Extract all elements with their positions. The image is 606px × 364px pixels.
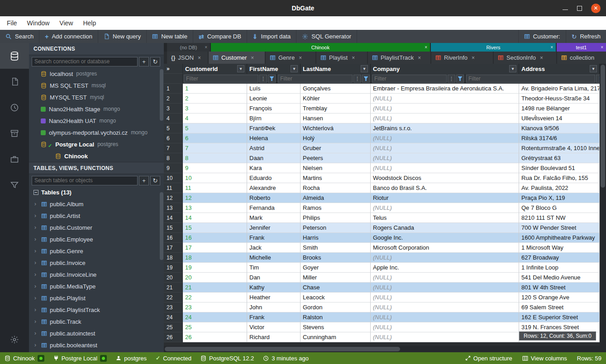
cell-company[interactable]: (NULL) [371, 322, 519, 332]
cell-address[interactable]: Rua Dr. Falcão Filho, 155 [519, 173, 600, 183]
table-item-public-album[interactable]: ›public.Album [29, 198, 164, 210]
cell-lastname[interactable]: Rocha [301, 183, 371, 193]
cell-customerid[interactable]: 10 [183, 173, 247, 183]
table-row[interactable]: 1414MarkPhilipsTelus8210 111 ST NW [164, 213, 600, 223]
cell-address[interactable]: Ullevĺlsveien 14 [519, 113, 600, 123]
cell-firstname[interactable]: Heather [247, 293, 301, 303]
cell-address[interactable]: Av. Paulista, 2022 [519, 183, 600, 193]
cell-lastname[interactable]: Almeida [301, 193, 371, 203]
table-row[interactable]: 44BjírnHansen(NULL)Ullevĺlsveien 14 [164, 113, 600, 123]
chevron-right-icon[interactable]: › [34, 271, 38, 278]
cell-customerid[interactable]: 25 [183, 322, 247, 332]
row-number[interactable]: 4 [164, 113, 183, 123]
statusbar-item-3-minutes-ago[interactable]: 3 minutes ago [263, 355, 309, 362]
filter-input-firstname[interactable] [278, 75, 353, 83]
statusbar-item-chinook[interactable]: Chinook [5, 355, 44, 362]
minimize-button[interactable] [563, 5, 568, 11]
table-row[interactable]: 1818MichelleBrooks(NULL)627 Broadway [164, 253, 600, 263]
iconbar-item-filter-icon[interactable] [0, 172, 29, 198]
row-number[interactable]: 19 [164, 263, 183, 273]
tab-close-icon[interactable]: × [418, 55, 421, 61]
table-row[interactable]: 66HelenaHolý(NULL)Rilská 3174/6 [164, 133, 600, 143]
cell-customerid[interactable]: 14 [183, 213, 247, 223]
cell-address[interactable]: Sínder Boulevard 51 [519, 163, 600, 173]
statusbar-item-postgre-local[interactable]: Postgre Local [53, 355, 107, 362]
cell-firstname[interactable]: Roberto [247, 193, 301, 203]
cell-firstname[interactable]: Astrid [247, 143, 301, 153]
cell-firstname[interactable]: Jack [247, 243, 301, 253]
chevron-right-icon[interactable]: › [34, 283, 38, 289]
column-header-address[interactable]: Address▾ [519, 64, 600, 74]
tab-genre[interactable]: Genre× [266, 52, 315, 64]
cell-company[interactable]: (NULL) [371, 133, 519, 143]
cell-customerid[interactable]: 17 [183, 243, 247, 253]
table-item-public-artist[interactable]: ›public.Artist [29, 210, 164, 222]
toolbar-button-new-query[interactable]: New query [98, 30, 147, 43]
column-dropdown-icon[interactable]: ▾ [237, 65, 244, 72]
cell-firstname[interactable]: Jennifer [247, 223, 301, 233]
toolbar-button-new-table[interactable]: New table [147, 30, 193, 43]
cell-firstname[interactable]: Luís [247, 84, 301, 94]
iconbar-item-database-icon[interactable] [0, 43, 29, 69]
statusbar-item-postgresql-12-2[interactable]: PostgreSQL 12.2 [200, 355, 254, 362]
chevron-right-icon[interactable]: › [34, 236, 38, 242]
cell-address[interactable]: 627 Broadway [519, 253, 600, 263]
filter-input-company[interactable] [466, 75, 595, 83]
cell-firstname[interactable]: Fernanda [247, 203, 301, 213]
cell-lastname[interactable]: Tremblay [301, 104, 371, 113]
maximize-button[interactable] [577, 6, 582, 11]
cell-address[interactable]: 8210 111 ST NW [519, 213, 600, 223]
table-item-public-invoiceline[interactable]: ›public.InvoiceLine [29, 269, 164, 280]
chevron-right-icon[interactable]: › [34, 318, 38, 325]
table-row[interactable]: 22LeonieKöhler(NULL)Theodor-Heuss-Straße… [164, 94, 600, 104]
cell-customerid[interactable]: 2 [183, 94, 247, 104]
row-number[interactable]: 1 [164, 84, 183, 94]
cell-customerid[interactable]: 1 [183, 84, 247, 94]
tables-add-button[interactable]: + [139, 176, 149, 185]
cell-lastname[interactable]: Peeters [301, 153, 371, 163]
row-number[interactable]: 26 [164, 332, 183, 342]
tab-playlist[interactable]: Playlist× [316, 52, 367, 64]
cell-company[interactable]: Embraer - Empresa Brasileira de Aeronáut… [371, 84, 519, 94]
table-item-public-mediatype[interactable]: ›public.MediaType [29, 280, 164, 292]
tab-group-chinook[interactable]: Chinook× [211, 43, 430, 52]
tab-collection[interactable]: collection [557, 52, 606, 64]
row-number[interactable]: 22 [164, 293, 183, 303]
cell-customerid[interactable]: 16 [183, 233, 247, 243]
table-row[interactable]: 1717JackSmithMicrosoft Corporation1 Micr… [164, 243, 600, 253]
table-item-public-customer[interactable]: ›public.Customer [29, 222, 164, 233]
statusbar-item-rows-59[interactable]: Rows: 59 [577, 355, 601, 362]
row-number[interactable]: 20 [164, 273, 183, 283]
cell-lastname[interactable]: Leacock [301, 293, 371, 303]
tab-close-icon[interactable]: × [198, 55, 201, 61]
cell-address[interactable]: 162 E Superior Street [519, 312, 600, 322]
tab-close-icon[interactable]: × [540, 55, 543, 61]
cell-firstname[interactable]: Helena [247, 133, 301, 143]
toolbar-button-refresh[interactable]: ↻Refresh [566, 30, 606, 43]
column-dropdown-icon[interactable]: ▾ [361, 65, 368, 72]
cell-company[interactable]: (NULL) [371, 293, 519, 303]
row-number[interactable]: 16 [164, 233, 183, 243]
cell-customerid[interactable]: 20 [183, 273, 247, 283]
table-row[interactable]: 2121KathyChase(NULL)801 W 4th Street [164, 283, 600, 293]
column-dropdown-icon[interactable]: ▾ [590, 65, 597, 72]
cell-address[interactable]: Rotenturmstraße 4, 1010 Innere Stadt [519, 143, 600, 153]
table-item-public-booleantest[interactable]: ›public.booleantest [29, 339, 164, 351]
row-number[interactable]: 8 [164, 153, 183, 163]
row-number[interactable]: 2 [164, 94, 183, 104]
tab-customer[interactable]: Customer× [209, 52, 265, 64]
table-item-public-genre[interactable]: ›public.Genre [29, 245, 164, 257]
cell-lastname[interactable]: Ralston [301, 312, 371, 322]
tab-sectioninfo[interactable]: SectionInfo× [494, 52, 556, 64]
cell-lastname[interactable]: Smith [301, 243, 371, 253]
chevron-right-icon[interactable]: › [34, 295, 38, 301]
tab-close-icon[interactable]: × [472, 55, 475, 61]
tab-close-icon[interactable]: × [352, 55, 355, 61]
toolbar-button-search[interactable]: Search [0, 30, 39, 43]
cell-firstname[interactable]: Kathy [247, 283, 301, 293]
cell-company[interactable]: (NULL) [371, 273, 519, 283]
table-row[interactable]: 55FrantiΦekWichterlováJetBrains s.r.o.Kl… [164, 123, 600, 133]
cell-company[interactable]: Telus [371, 213, 519, 223]
iconbar-item-files-icon[interactable] [0, 69, 29, 95]
cell-lastname[interactable]: Wichterlová [301, 123, 371, 133]
